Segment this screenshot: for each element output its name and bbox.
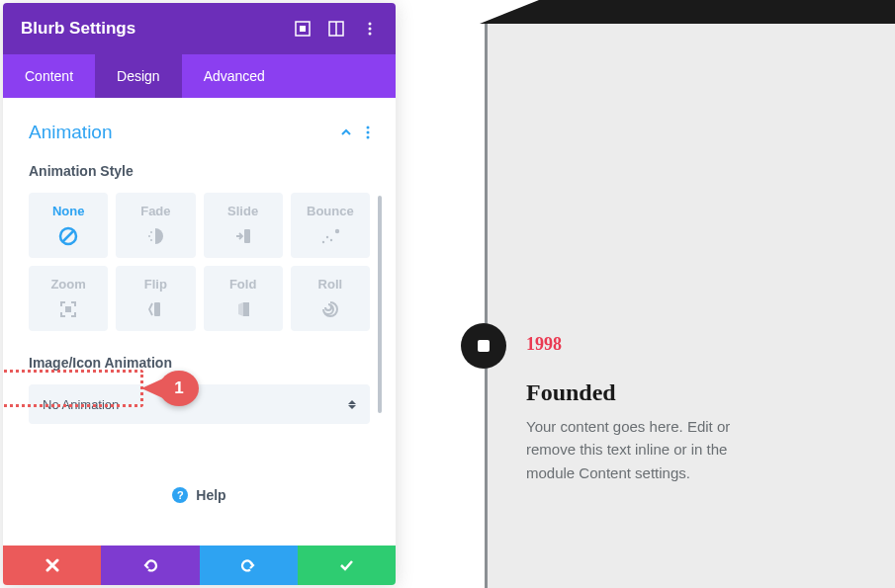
- svg-point-5: [369, 28, 372, 31]
- flip-icon: [143, 297, 167, 321]
- svg-rect-20: [65, 306, 71, 312]
- image-icon-animation-label: Image/Icon Animation: [29, 355, 370, 371]
- undo-icon: [142, 557, 158, 573]
- anim-option-fade[interactable]: Fade: [116, 193, 195, 258]
- anim-option-roll[interactable]: Roll: [291, 266, 370, 331]
- settings-panel: Blurb Settings Content Design Advanced A…: [3, 3, 396, 585]
- blurb-heading[interactable]: Founded: [526, 379, 616, 406]
- tab-content[interactable]: Content: [3, 54, 95, 98]
- anim-option-bounce[interactable]: Bounce: [291, 193, 370, 258]
- footer-bar: [3, 546, 396, 585]
- slide-icon: [231, 224, 255, 248]
- panel-title: Blurb Settings: [21, 19, 295, 39]
- animation-style-grid: None Fade Slide Bounce Zoom Flip: [29, 193, 370, 331]
- check-icon: [338, 557, 354, 573]
- tab-advanced[interactable]: Advanced: [182, 54, 287, 98]
- svg-point-12: [150, 231, 152, 233]
- svg-point-6: [369, 33, 372, 36]
- section-more-icon[interactable]: [366, 126, 370, 139]
- anim-option-fold[interactable]: Fold: [204, 266, 283, 331]
- fold-icon: [231, 297, 255, 321]
- undo-button[interactable]: [101, 546, 199, 585]
- svg-rect-21: [154, 302, 160, 316]
- anim-option-slide[interactable]: Slide: [204, 193, 283, 258]
- svg-rect-22: [243, 302, 249, 316]
- tabs: Content Design Advanced: [3, 54, 396, 98]
- tab-design[interactable]: Design: [95, 54, 182, 98]
- section-title[interactable]: Animation: [29, 122, 113, 143]
- image-icon-animation-select[interactable]: No Animation: [29, 384, 370, 424]
- svg-point-17: [326, 235, 328, 237]
- cancel-button[interactable]: [3, 546, 101, 585]
- header-icons: [295, 21, 378, 37]
- redo-button[interactable]: [200, 546, 298, 585]
- svg-rect-15: [244, 229, 250, 243]
- svg-rect-1: [300, 26, 306, 32]
- svg-point-7: [367, 126, 370, 129]
- svg-point-9: [367, 136, 370, 139]
- chevron-up-icon[interactable]: [340, 126, 352, 138]
- svg-point-4: [369, 23, 372, 26]
- blurb-body[interactable]: Your content goes here. Edit or remove t…: [526, 415, 754, 484]
- section-controls: [340, 126, 370, 139]
- expand-icon[interactable]: [295, 21, 311, 37]
- redo-icon: [240, 557, 256, 573]
- preview-left-column: [425, 24, 485, 588]
- anim-option-none[interactable]: None: [29, 193, 108, 258]
- fade-icon: [143, 224, 167, 248]
- anim-label: Zoom: [50, 277, 85, 292]
- scrollbar[interactable]: [378, 196, 382, 413]
- svg-point-18: [330, 238, 332, 240]
- stop-icon: [478, 340, 490, 352]
- section-header: Animation: [29, 122, 370, 143]
- anim-option-zoom[interactable]: Zoom: [29, 266, 108, 331]
- svg-line-11: [63, 230, 74, 241]
- anim-option-flip[interactable]: Flip: [116, 266, 195, 331]
- bounce-icon: [318, 224, 342, 248]
- anim-label: Fade: [140, 204, 170, 218]
- animation-style-label: Animation Style: [29, 163, 370, 179]
- svg-point-8: [367, 131, 370, 134]
- select-caret-icon: [348, 400, 356, 409]
- preview-hero-strip: [480, 0, 895, 24]
- svg-point-16: [322, 240, 324, 242]
- anim-label: Roll: [318, 277, 343, 292]
- anim-label: None: [52, 204, 85, 218]
- save-button[interactable]: [298, 546, 396, 585]
- close-icon: [45, 558, 59, 572]
- help-icon: ?: [172, 487, 188, 503]
- preview-body: [488, 24, 895, 588]
- help-link[interactable]: ? Help: [29, 444, 370, 515]
- anim-label: Slide: [227, 204, 258, 218]
- timeline-marker[interactable]: [461, 323, 506, 369]
- image-icon-animation-field: No Animation: [29, 384, 370, 424]
- anim-label: Bounce: [307, 204, 354, 218]
- panel-header: Blurb Settings: [3, 3, 396, 54]
- svg-point-13: [148, 235, 150, 237]
- panel-body: Animation Animation Style None Fade Slid…: [3, 98, 396, 546]
- svg-point-19: [335, 228, 339, 232]
- help-label: Help: [196, 487, 225, 503]
- svg-point-14: [150, 239, 152, 241]
- anim-label: Flip: [144, 277, 167, 292]
- blurb-year[interactable]: 1998: [526, 334, 562, 355]
- anim-label: Fold: [229, 277, 256, 292]
- more-icon[interactable]: [362, 21, 378, 37]
- ban-icon: [56, 224, 80, 248]
- columns-icon[interactable]: [328, 21, 344, 37]
- roll-icon: [318, 297, 342, 321]
- zoom-icon: [56, 297, 80, 321]
- select-value: No Animation: [43, 397, 119, 412]
- page-preview: 1998 Founded Your content goes here. Edi…: [425, 0, 895, 588]
